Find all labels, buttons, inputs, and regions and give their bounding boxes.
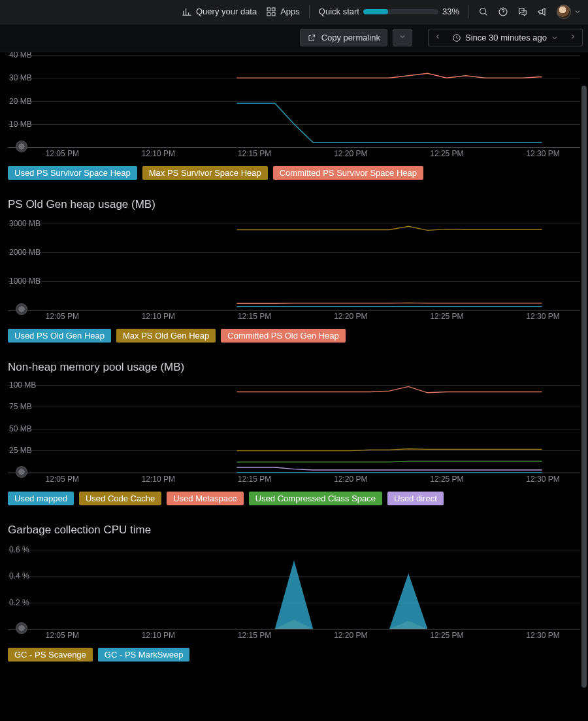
- svg-rect-2: [267, 12, 270, 16]
- query-data-link[interactable]: Query your data: [182, 7, 257, 17]
- legend-item[interactable]: Used Code Cache: [79, 492, 161, 505]
- x-tick-label: 12:05 PM: [46, 312, 79, 321]
- help-button[interactable]: [498, 7, 508, 17]
- svg-point-6: [502, 13, 503, 14]
- plot-area: 1000 MB2000 MB3000 MB: [8, 218, 580, 310]
- query-data-label: Query your data: [196, 7, 257, 16]
- time-range-group: Since 30 minutes ago: [428, 29, 583, 46]
- legend-item[interactable]: Used mapped: [8, 492, 74, 505]
- x-tick-label: 12:15 PM: [238, 149, 271, 158]
- chart-title: Garbage collection CPU time: [8, 524, 580, 537]
- progress-fill: [363, 9, 388, 14]
- apps-grid-icon: [266, 7, 276, 17]
- legend-item[interactable]: Committed PS Survivor Space Heap: [273, 166, 423, 180]
- chevron-left-icon: [434, 33, 442, 41]
- y-tick-label: 1000 MB: [9, 277, 41, 286]
- apps-link[interactable]: Apps: [266, 7, 300, 17]
- series-line: [237, 467, 542, 470]
- scrollbar[interactable]: [580, 52, 588, 721]
- progress-bar: [363, 9, 438, 14]
- legend-item[interactable]: GC - PS MarkSweep: [98, 648, 190, 662]
- chart-plot[interactable]: 10 MB20 MB30 MB40 MB12:05 PM12:10 PM12:1…: [8, 55, 580, 159]
- svg-rect-0: [267, 8, 270, 11]
- grid-line: [8, 429, 580, 429]
- time-range-button[interactable]: Since 30 minutes ago: [447, 29, 564, 46]
- svg-point-4: [480, 8, 486, 14]
- series-svg: [8, 380, 580, 473]
- legend-item[interactable]: Used PS Old Gen Heap: [8, 329, 111, 343]
- y-tick-label: 2000 MB: [9, 248, 41, 257]
- legend-item[interactable]: Max PS Survivor Space Heap: [142, 166, 268, 180]
- series-line: [237, 386, 542, 392]
- legend-item[interactable]: Used direct: [387, 492, 444, 505]
- plot-area: 10 MB20 MB30 MB40 MB: [8, 55, 580, 148]
- y-tick-label: 25 MB: [9, 446, 32, 455]
- permalink-menu-button[interactable]: [393, 29, 412, 46]
- legend-item[interactable]: Used Metaspace: [167, 492, 244, 505]
- help-icon: [498, 7, 508, 17]
- time-prev-button[interactable]: [428, 29, 447, 46]
- x-tick-label: 12:25 PM: [430, 475, 463, 484]
- legend-item[interactable]: GC - PS Scavenge: [8, 648, 93, 662]
- x-tick-label: 12:30 PM: [526, 475, 559, 484]
- scrollbar-thumb[interactable]: [581, 86, 587, 688]
- y-tick-label: 50 MB: [9, 424, 32, 433]
- grid-line: [8, 603, 580, 603]
- grid-line: [8, 101, 580, 102]
- x-tick-label: 12:20 PM: [334, 312, 367, 321]
- chart-title: PS Old Gen heap usage (MB): [8, 198, 580, 211]
- time-next-button[interactable]: [564, 29, 583, 46]
- x-tick-label: 12:10 PM: [142, 475, 175, 484]
- grid-line: [8, 78, 580, 78]
- x-tick-label: 12:10 PM: [142, 149, 175, 158]
- grid-line: [8, 281, 580, 282]
- feedback-button[interactable]: [517, 7, 528, 17]
- series-svg: [8, 543, 580, 629]
- chat-icon: [517, 7, 528, 17]
- x-tick-label: 12:25 PM: [430, 312, 463, 321]
- grid-line: [8, 450, 580, 451]
- grid-line: [8, 224, 580, 224]
- copy-permalink-button[interactable]: Copy permalink: [300, 29, 387, 46]
- chart-plot[interactable]: 25 MB50 MB75 MB100 MB12:05 PM12:10 PM12:…: [8, 380, 580, 485]
- search-button[interactable]: [478, 7, 489, 17]
- grid-line: [8, 124, 580, 125]
- legend-item[interactable]: Committed PS Old Gen Heap: [221, 329, 346, 343]
- series-area: [237, 560, 542, 629]
- x-axis: 12:05 PM12:10 PM12:15 PM12:20 PM12:25 PM…: [8, 475, 580, 485]
- grid-line: [8, 407, 580, 407]
- x-tick-label: 12:15 PM: [238, 312, 271, 321]
- chart-plot[interactable]: 0.2 %0.4 %0.6 %12:05 PM12:10 PM12:15 PM1…: [8, 543, 580, 641]
- x-tick-label: 12:30 PM: [526, 631, 559, 640]
- grid-line: [8, 385, 580, 386]
- legend-item[interactable]: Max PS Old Gen Heap: [116, 329, 216, 343]
- svg-rect-1: [272, 8, 276, 11]
- divider: [309, 5, 310, 18]
- chart-bars-icon: [182, 7, 192, 17]
- legend-item[interactable]: Used PS Survivor Space Heap: [8, 166, 137, 180]
- legend: GC - PS ScavengeGC - PS MarkSweep: [8, 648, 580, 662]
- series-line: [237, 303, 542, 303]
- quickstart-section[interactable]: Quick start 33%: [319, 7, 459, 16]
- legend: Used mappedUsed Code CacheUsed Metaspace…: [8, 492, 580, 505]
- y-tick-label: 30 MB: [9, 73, 32, 82]
- x-tick-label: 12:05 PM: [46, 149, 79, 158]
- chart-plot[interactable]: 1000 MB2000 MB3000 MB12:05 PM12:10 PM12:…: [8, 218, 580, 322]
- megaphone-icon: [537, 7, 547, 17]
- y-tick-label: 10 MB: [9, 120, 32, 129]
- series-area: [237, 620, 542, 629]
- x-tick-label: 12:20 PM: [334, 149, 367, 158]
- user-menu[interactable]: [557, 5, 581, 19]
- time-range-label: Since 30 minutes ago: [465, 33, 547, 42]
- plot-area: 0.2 %0.4 %0.6 %: [8, 543, 580, 629]
- y-tick-label: 75 MB: [9, 402, 32, 411]
- progress-text: 33%: [442, 7, 459, 16]
- x-tick-label: 12:20 PM: [334, 631, 367, 640]
- toolbar: Copy permalink Since 30 minutes ago: [0, 24, 588, 52]
- legend-item[interactable]: Used Compressed Class Space: [249, 492, 382, 505]
- y-tick-label: 100 MB: [9, 380, 36, 390]
- announce-button[interactable]: [537, 7, 547, 17]
- apps-label: Apps: [280, 7, 300, 16]
- chevron-down-icon: [574, 8, 581, 16]
- permalink-icon: [307, 33, 316, 42]
